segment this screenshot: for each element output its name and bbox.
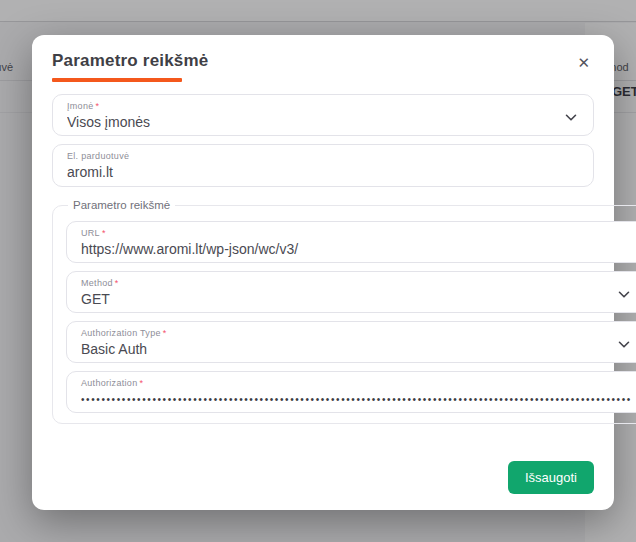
chevron-down-icon — [565, 108, 577, 126]
chevron-down-icon — [618, 285, 630, 303]
shop-input[interactable]: El. parduotuvė aromi.lt — [52, 144, 594, 187]
save-button[interactable]: Išsaugoti — [508, 461, 594, 494]
url-value: https://www.aromi.lt/wp-json/wc/v3/ — [81, 240, 632, 258]
modal-title: Parametro reikšmė — [52, 51, 209, 71]
auth-type-select[interactable]: Authorization Type* Basic Auth — [66, 321, 636, 363]
company-label: Įmonė* — [67, 101, 579, 112]
close-icon: ✕ — [577, 54, 590, 71]
company-select[interactable]: Įmonė* Visos įmonės — [52, 94, 594, 136]
required-asterisk: * — [96, 101, 100, 111]
modal-actions: Išsaugoti — [52, 461, 594, 494]
method-select[interactable]: Method* GET — [66, 271, 636, 313]
required-asterisk: * — [163, 328, 167, 338]
method-value: GET — [81, 290, 632, 308]
url-input[interactable]: URL* https://www.aromi.lt/wp-json/wc/v3/ — [66, 221, 636, 263]
shop-label: El. parduotuvė — [67, 151, 579, 162]
authorization-input[interactable]: Authorization* •••••••••••••••••••••••••… — [66, 371, 636, 413]
parameter-value-modal: Parametro reikšmė ✕ Įmonė* Visos įmonės … — [32, 35, 614, 510]
authorization-value: ••••••••••••••••••••••••••••••••••••••••… — [81, 393, 632, 407]
company-value: Visos įmonės — [67, 113, 579, 131]
param-legend: Parametro reikšmė — [68, 199, 175, 211]
shop-value: aromi.lt — [67, 163, 579, 181]
required-asterisk: * — [115, 278, 119, 288]
required-asterisk: * — [102, 228, 106, 238]
auth-type-value: Basic Auth — [81, 340, 632, 358]
method-label: Method* — [81, 278, 632, 289]
modal-header: Parametro reikšmė ✕ — [52, 51, 594, 72]
param-fieldset: Parametro reikšmė URL* https://www.aromi… — [52, 199, 636, 424]
auth-type-label: Authorization Type* — [81, 328, 632, 339]
authorization-label: Authorization* — [81, 378, 632, 389]
close-button[interactable]: ✕ — [573, 53, 594, 72]
required-asterisk: * — [139, 378, 143, 388]
title-accent-bar — [52, 78, 182, 82]
url-label: URL* — [81, 228, 632, 239]
chevron-down-icon — [618, 335, 630, 353]
